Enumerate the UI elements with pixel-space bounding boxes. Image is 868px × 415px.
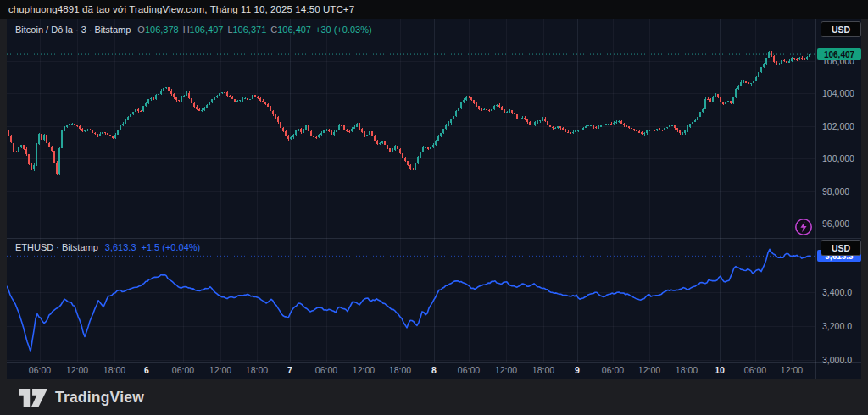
price-axis-label: 3,000.0 — [822, 354, 852, 366]
price-axis-label: 102,000 — [822, 120, 854, 132]
time-axis-day-tick: 8 — [415, 365, 453, 375]
last-price-lines — [7, 54, 815, 256]
time-axis-day-tick: 7 — [271, 365, 309, 375]
chart-container[interactable]: Bitcoin / Đô la · 3 · Bitstamp O106,378 … — [7, 19, 861, 379]
time-axis-tick: 12:00 — [773, 365, 810, 375]
btc-last-price-badge: 106,407 — [817, 48, 861, 60]
tradingview-logo-icon — [19, 389, 47, 407]
eth-currency-button[interactable]: USD — [821, 240, 861, 256]
tradingview-logo[interactable]: TradingView — [19, 389, 144, 407]
time-axis-day-tick: 10 — [701, 365, 738, 375]
time-axis-tick: 12:00 — [202, 365, 239, 375]
time-axis-tick: 18:00 — [238, 365, 275, 375]
time-axis-tick: 12:00 — [345, 365, 382, 375]
attribution-bar: chuphuong4891 đã tạo với TradingView.com… — [0, 0, 868, 19]
time-axis-tick: 12:00 — [487, 365, 525, 375]
price-axis-label: 96,000 — [822, 218, 849, 230]
time-axis-tick: 06:00 — [594, 365, 632, 375]
price-axis[interactable]: 106,000104,000102,000100,00098,00096,000… — [815, 19, 861, 362]
time-axis-tick: 06:00 — [308, 365, 345, 375]
btc-ohlc-open: O106,378 — [137, 25, 178, 35]
time-axis-tick: 06:00 — [737, 365, 774, 375]
time-axis-tick: 18:00 — [668, 365, 705, 375]
tradingview-logo-text: TradingView — [55, 389, 144, 407]
eth-legend[interactable]: ETHUSD · Bitstamp 3,613.3 +1.5 (+0.04%) — [15, 242, 200, 252]
eth-last-value: 3,613.3 — [105, 242, 136, 252]
time-axis-tick: 12:00 — [631, 365, 668, 375]
btc-change: +30 (+0.03%) — [315, 25, 372, 35]
time-axis-day-tick: 6 — [128, 365, 165, 375]
time-axis-tick: 18:00 — [381, 365, 419, 375]
time-axis-tick: 12:00 — [58, 365, 96, 375]
btc-ohlc-high: H106,407 — [183, 25, 224, 35]
time-axis-day-tick: 9 — [559, 365, 596, 375]
btc-symbol-title: Bitcoin / Đô la · 3 · Bitstamp — [15, 25, 131, 35]
price-axis-label: 98,000 — [822, 185, 849, 197]
chart-canvas[interactable] — [7, 19, 861, 379]
time-axis-tick: 18:00 — [525, 365, 562, 375]
time-axis[interactable]: 06:0012:0018:00606:0012:0018:00706:0012:… — [7, 362, 815, 379]
footer-bar: TradingView — [0, 379, 868, 415]
price-axis-label: 3,400.0 — [822, 286, 852, 298]
price-axis-label: 3,200.0 — [822, 320, 852, 332]
btc-ohlc-close: C106,407 — [270, 25, 311, 35]
time-axis-tick: 06:00 — [21, 365, 58, 375]
btc-currency-button[interactable]: USD — [821, 21, 861, 37]
flash-boost-button[interactable] — [794, 218, 813, 236]
price-axis-label: 100,000 — [822, 152, 854, 164]
eth-change: +1.5 (+0.04%) — [142, 242, 201, 252]
btc-ohlc-low: L106,371 — [227, 25, 266, 35]
grid-group — [7, 19, 861, 379]
time-axis-tick: 06:00 — [164, 365, 202, 375]
price-axis-label: 104,000 — [822, 87, 854, 99]
btc-legend[interactable]: Bitcoin / Đô la · 3 · Bitstamp O106,378 … — [15, 25, 372, 35]
lightning-icon — [794, 218, 813, 236]
btc-candles-group — [8, 51, 810, 175]
attribution-text: chuphuong4891 đã tạo với TradingView.com… — [8, 4, 354, 14]
time-axis-tick: 06:00 — [450, 365, 487, 375]
eth-symbol-title: ETHUSD · Bitstamp — [15, 242, 98, 252]
eth-line-series — [7, 249, 810, 351]
